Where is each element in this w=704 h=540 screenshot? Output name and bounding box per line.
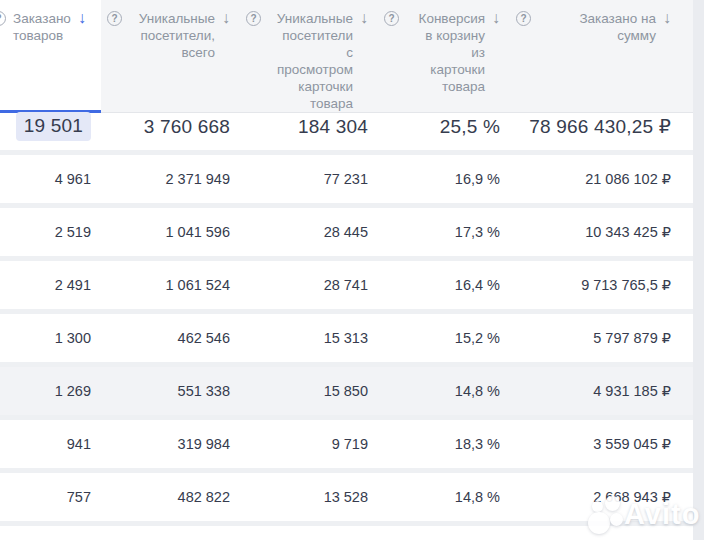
cell-unique-visitors-pdp: 15 850 bbox=[240, 383, 378, 399]
cell-cart-conversion: 17,3 % bbox=[378, 224, 510, 240]
column-header-label: Заказано товаров bbox=[13, 10, 71, 44]
cell-ordered-items: 4 961 bbox=[0, 171, 101, 187]
cell-ordered-items: 941 bbox=[0, 436, 101, 452]
column-header-label: Уникальные посетители с просмотром карто… bbox=[277, 10, 353, 112]
cell-cart-conversion: 14,8 % bbox=[378, 383, 510, 399]
help-icon[interactable]: ? bbox=[0, 11, 6, 26]
cell-unique-visitors-total: 1 041 596 bbox=[101, 224, 240, 240]
column-header-unique-visitors-total[interactable]: ? Уникальные посетители, всего ↓ bbox=[101, 0, 240, 113]
cell-unique-visitors-pdp: 28 445 bbox=[240, 224, 378, 240]
cell-ordered-items: 1 300 bbox=[0, 330, 101, 346]
cell-ordered-sum: 3 559 045 ₽ bbox=[510, 436, 693, 452]
cell-unique-visitors-pdp: 13 528 bbox=[240, 489, 378, 505]
cell-ordered-sum: 21 086 102 ₽ bbox=[510, 171, 693, 187]
cell-cart-conversion: 14,8 % bbox=[378, 489, 510, 505]
table-row-highlighted[interactable]: 1 269 551 338 15 850 14,8 % 4 931 185 ₽ bbox=[0, 367, 693, 415]
table-header-row: ? Заказано товаров ↓ ? Уникальные посети… bbox=[0, 0, 693, 103]
cell-unique-visitors-pdp: 77 231 bbox=[240, 171, 378, 187]
cell-unique-visitors-total: 482 822 bbox=[101, 489, 240, 505]
cell-cart-conversion: 16,4 % bbox=[378, 277, 510, 293]
cell-cart-conversion: 15,2 % bbox=[378, 330, 510, 346]
column-header-ordered-sum[interactable]: ? Заказано на сумму ↓ bbox=[510, 0, 693, 113]
table-row[interactable]: 2 519 1 041 596 28 445 17,3 % 10 343 425… bbox=[0, 208, 693, 256]
column-header-cart-conversion[interactable]: ? Конверсия в корзину из карточки товара… bbox=[378, 0, 510, 113]
table-row-partial[interactable] bbox=[0, 526, 693, 540]
column-header-ordered-items[interactable]: ? Заказано товаров ↓ bbox=[0, 0, 101, 113]
cell-unique-visitors-total: 2 371 949 bbox=[101, 171, 240, 187]
table-row[interactable]: 757 482 822 13 528 14,8 % 2 668 943 ₽ bbox=[0, 473, 693, 521]
cell-unique-visitors-total: 319 984 bbox=[101, 436, 240, 452]
cell-unique-visitors-pdp: 184 304 bbox=[240, 116, 378, 138]
column-header-label: Уникальные посетители, всего bbox=[139, 10, 215, 61]
column-header-label: Заказано на сумму bbox=[579, 10, 656, 44]
column-header-unique-visitors-pdp[interactable]: ? Уникальные посетители с просмотром кар… bbox=[240, 0, 378, 113]
table-row[interactable]: 941 319 984 9 719 18,3 % 3 559 045 ₽ bbox=[0, 420, 693, 468]
sort-desc-icon[interactable]: ↓ bbox=[78, 10, 86, 26]
help-icon[interactable]: ? bbox=[107, 11, 122, 26]
cell-unique-visitors-pdp: 15 313 bbox=[240, 330, 378, 346]
cell-unique-visitors-total: 551 338 bbox=[101, 383, 240, 399]
cell-ordered-sum: 2 668 943 ₽ bbox=[510, 489, 693, 505]
help-icon[interactable]: ? bbox=[384, 11, 399, 26]
cell-ordered-sum: 78 966 430,25 ₽ bbox=[510, 115, 693, 138]
cell-unique-visitors-pdp: 28 741 bbox=[240, 277, 378, 293]
sort-icon[interactable]: ↓ bbox=[663, 10, 671, 26]
cell-cart-conversion: 25,5 % bbox=[378, 116, 510, 138]
metrics-table: ? Заказано товаров ↓ ? Уникальные посети… bbox=[0, 0, 693, 540]
cell-ordered-items: 2 491 bbox=[0, 277, 101, 293]
cell-ordered-items: 2 519 bbox=[0, 224, 101, 240]
sort-icon[interactable]: ↓ bbox=[360, 10, 368, 26]
selected-cell-highlight: 19 501 bbox=[16, 112, 91, 141]
table-row[interactable]: 4 961 2 371 949 77 231 16,9 % 21 086 102… bbox=[0, 155, 693, 203]
cell-unique-visitors-total: 3 760 668 bbox=[101, 116, 240, 138]
cell-unique-visitors-pdp: 9 719 bbox=[240, 436, 378, 452]
cell-unique-visitors-total: 462 546 bbox=[101, 330, 240, 346]
analytics-page: ? Заказано товаров ↓ ? Уникальные посети… bbox=[0, 0, 704, 540]
table-row[interactable]: 2 491 1 061 524 28 741 16,4 % 9 713 765,… bbox=[0, 261, 693, 309]
cell-ordered-sum: 5 797 879 ₽ bbox=[510, 330, 693, 346]
cell-cart-conversion: 18,3 % bbox=[378, 436, 510, 452]
sort-icon[interactable]: ↓ bbox=[222, 10, 230, 26]
cell-ordered-sum: 4 931 185 ₽ bbox=[510, 383, 693, 399]
cell-ordered-items[interactable]: 19 501 bbox=[0, 112, 101, 141]
sort-icon[interactable]: ↓ bbox=[492, 10, 500, 26]
cell-ordered-items: 757 bbox=[0, 489, 101, 505]
cell-ordered-items: 1 269 bbox=[0, 383, 101, 399]
cell-ordered-sum: 10 343 425 ₽ bbox=[510, 224, 693, 240]
help-icon[interactable]: ? bbox=[516, 11, 531, 26]
table-body: 19 501 3 760 668 184 304 25,5 % 78 966 4… bbox=[0, 103, 693, 540]
cell-unique-visitors-total: 1 061 524 bbox=[101, 277, 240, 293]
cell-cart-conversion: 16,9 % bbox=[378, 171, 510, 187]
column-header-label: Конверсия в корзину из карточки товара bbox=[419, 10, 485, 95]
cell-ordered-sum: 9 713 765,5 ₽ bbox=[510, 277, 693, 293]
right-gutter bbox=[693, 0, 704, 540]
help-icon[interactable]: ? bbox=[246, 11, 261, 26]
table-row[interactable]: 1 300 462 546 15 313 15,2 % 5 797 879 ₽ bbox=[0, 314, 693, 362]
